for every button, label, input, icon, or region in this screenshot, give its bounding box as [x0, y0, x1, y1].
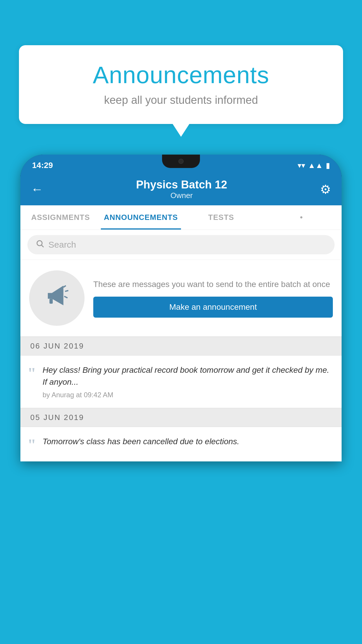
signal-icon: ▲▲	[308, 161, 323, 170]
promo-icon-circle	[29, 270, 85, 326]
quote-icon-2: "	[27, 437, 36, 453]
header-title-group: Physics Batch 12 Owner	[43, 178, 320, 200]
tab-announcements[interactable]: ANNOUNCEMENTS	[101, 205, 181, 230]
announcement-item-1[interactable]: " Hey class! Bring your practical record…	[20, 356, 342, 408]
svg-line-4	[64, 296, 67, 298]
battery-icon: ▮	[326, 161, 330, 170]
tab-more[interactable]: •	[261, 205, 342, 230]
promo-description: These are messages you want to send to t…	[93, 279, 333, 290]
announcement-promo: These are messages you want to send to t…	[20, 260, 342, 337]
announcement-text-2: Tomorrow's class has been cancelled due …	[43, 436, 333, 448]
announcement-content-1: Hey class! Bring your practical record b…	[43, 364, 333, 399]
speech-bubble-container: Announcements keep all your students inf…	[19, 45, 343, 124]
tab-assignments[interactable]: ASSIGNMENTS	[20, 205, 101, 230]
svg-line-1	[42, 245, 44, 247]
batch-subtitle: Owner	[43, 191, 320, 200]
wifi-icon: ▾▾	[298, 161, 305, 170]
status-icons: ▾▾ ▲▲ ▮	[298, 161, 330, 170]
tab-tests[interactable]: TESTS	[181, 205, 261, 230]
bubble-subtitle: keep all your students informed	[36, 94, 326, 106]
back-button[interactable]: ←	[31, 182, 43, 196]
announcement-text-1: Hey class! Bring your practical record b…	[43, 364, 333, 388]
notch	[162, 155, 200, 168]
content-area: Search	[20, 230, 342, 461]
speech-bubble: Announcements keep all your students inf…	[19, 45, 343, 124]
app-header: ← Physics Batch 12 Owner ⚙	[20, 173, 342, 205]
phone-wrapper: 14:29 ▾▾ ▲▲ ▮ ← Physics Batch 12 Owner ⚙…	[20, 155, 342, 644]
svg-point-0	[37, 241, 42, 246]
promo-right: These are messages you want to send to t…	[93, 279, 333, 317]
phone-inner: 14:29 ▾▾ ▲▲ ▮ ← Physics Batch 12 Owner ⚙…	[20, 155, 342, 461]
search-icon	[36, 239, 44, 250]
status-time: 14:29	[32, 161, 53, 170]
svg-line-3	[65, 290, 68, 291]
search-container: Search	[20, 230, 342, 260]
tabs-bar: ASSIGNMENTS ANNOUNCEMENTS TESTS •	[20, 205, 342, 230]
search-placeholder: Search	[48, 240, 76, 250]
batch-title: Physics Batch 12	[43, 178, 320, 191]
svg-line-2	[64, 286, 66, 287]
quote-icon-1: "	[27, 365, 36, 381]
announcement-meta-1: by Anurag at 09:42 AM	[43, 391, 333, 399]
announcement-content-2: Tomorrow's class has been cancelled due …	[43, 436, 333, 451]
make-announcement-button[interactable]: Make an announcement	[93, 297, 333, 318]
settings-icon[interactable]: ⚙	[320, 182, 331, 197]
date-separator-1: 06 JUN 2019	[20, 337, 342, 356]
date-separator-2: 05 JUN 2019	[20, 408, 342, 427]
megaphone-icon	[44, 282, 70, 314]
svg-rect-5	[50, 299, 53, 304]
announcement-item-2[interactable]: " Tomorrow's class has been cancelled du…	[20, 427, 342, 461]
bubble-title: Announcements	[36, 61, 326, 89]
search-box[interactable]: Search	[27, 235, 335, 254]
notch-camera	[178, 159, 184, 164]
phone-frame: 14:29 ▾▾ ▲▲ ▮ ← Physics Batch 12 Owner ⚙…	[20, 155, 342, 461]
